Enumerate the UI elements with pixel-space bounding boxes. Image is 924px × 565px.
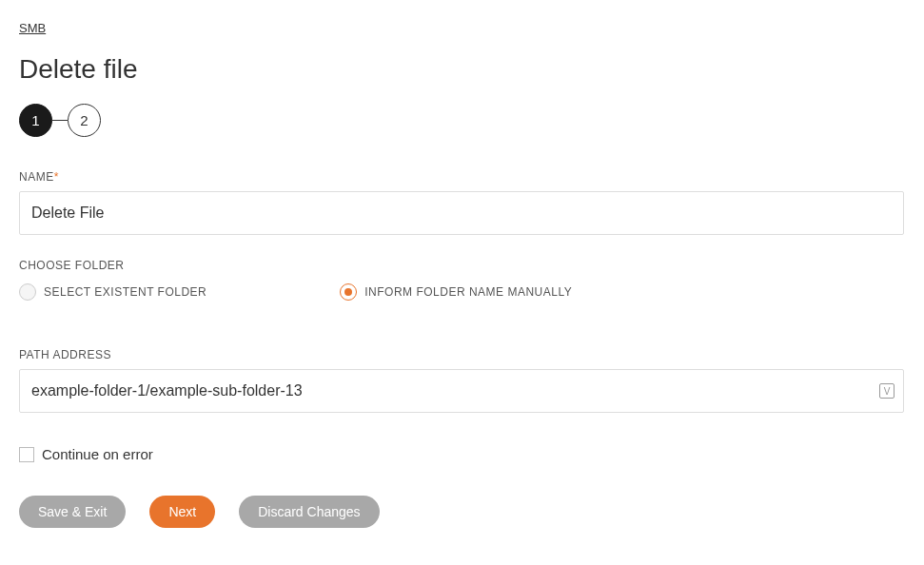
name-input[interactable]: [19, 191, 904, 235]
continue-on-error-group[interactable]: Continue on error: [19, 446, 905, 462]
breadcrumb-link[interactable]: SMB: [19, 21, 46, 35]
page-title: Delete file: [19, 54, 905, 85]
discard-changes-button[interactable]: Discard Changes: [239, 496, 379, 528]
action-buttons: Save & Exit Next Discard Changes: [19, 496, 905, 528]
next-button[interactable]: Next: [149, 496, 215, 528]
radio-circle-icon: [19, 283, 36, 301]
step-connector: [52, 120, 68, 121]
continue-on-error-label: Continue on error: [42, 446, 153, 462]
step-2[interactable]: 2: [68, 104, 101, 137]
choose-folder-group: CHOOSE FOLDER SELECT EXISTENT FOLDER INF…: [19, 259, 905, 301]
radio-inform-manually[interactable]: INFORM FOLDER NAME MANUALLY: [340, 283, 572, 301]
name-label-text: NAME: [19, 170, 54, 184]
name-label: NAME*: [19, 170, 905, 184]
variable-icon[interactable]: V: [879, 383, 895, 399]
path-address-label: PATH ADDRESS: [19, 348, 905, 361]
required-asterisk: *: [54, 170, 59, 184]
radio-select-existent[interactable]: SELECT EXISTENT FOLDER: [19, 283, 206, 301]
radio-label-existent: SELECT EXISTENT FOLDER: [44, 285, 206, 299]
save-exit-button[interactable]: Save & Exit: [19, 496, 126, 528]
radio-circle-icon: [340, 283, 357, 301]
radio-label-manually: INFORM FOLDER NAME MANUALLY: [364, 285, 572, 299]
path-input-wrap: V: [19, 369, 904, 413]
path-address-input[interactable]: [19, 369, 904, 413]
radio-dot-icon: [344, 288, 352, 296]
name-field-group: NAME*: [19, 170, 905, 235]
choose-folder-label: CHOOSE FOLDER: [19, 259, 905, 272]
step-1[interactable]: 1: [19, 104, 52, 137]
folder-radio-group: SELECT EXISTENT FOLDER INFORM FOLDER NAM…: [19, 283, 905, 301]
wizard-stepper: 1 2: [19, 104, 905, 137]
path-address-group: PATH ADDRESS V: [19, 348, 905, 413]
checkbox-icon[interactable]: [19, 447, 34, 462]
